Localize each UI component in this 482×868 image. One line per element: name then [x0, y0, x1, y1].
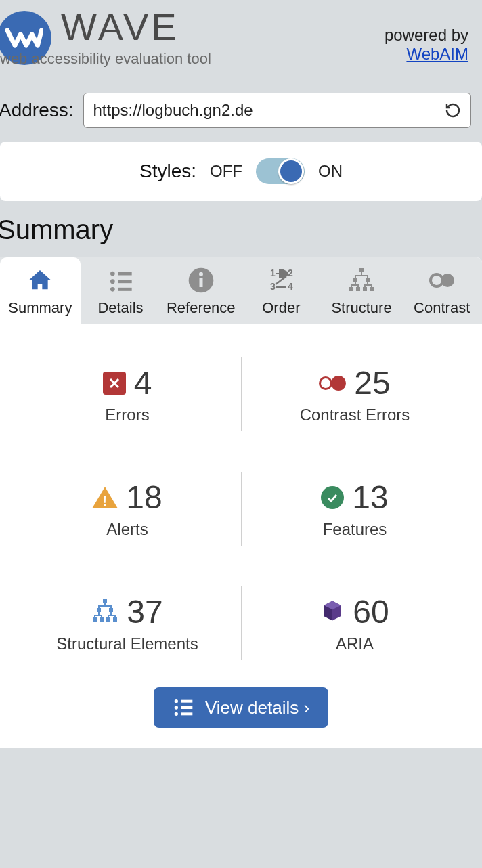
styles-off-label: OFF — [210, 162, 242, 181]
alerts-count: 18 — [126, 479, 162, 516]
summary-cell-features: 13 Features — [241, 465, 468, 552]
contrast-errors-icon — [319, 376, 346, 391]
view-details-row: View details › — [0, 680, 482, 748]
svg-rect-27 — [106, 617, 110, 622]
tab-label: Reference — [167, 299, 236, 317]
svg-rect-34 — [181, 712, 192, 715]
styles-toggle[interactable] — [256, 158, 305, 184]
svg-rect-15 — [366, 278, 370, 282]
svg-rect-25 — [93, 617, 97, 622]
svg-rect-14 — [353, 278, 357, 282]
webaim-link[interactable]: WebAIM — [406, 45, 468, 63]
svg-rect-17 — [356, 287, 360, 291]
styles-panel: Styles: OFF ON — [0, 142, 482, 201]
svg-rect-16 — [349, 287, 353, 291]
errors-count: 4 — [134, 364, 152, 402]
svg-rect-28 — [113, 617, 117, 622]
tab-structure[interactable]: Structure — [322, 257, 402, 324]
svg-rect-22 — [103, 599, 107, 603]
contrast-icon — [429, 267, 456, 294]
header: WAVE web accessibility evaluation tool p… — [0, 0, 482, 74]
list-icon — [173, 697, 194, 718]
svg-text:4: 4 — [288, 281, 293, 292]
svg-text:2: 2 — [288, 267, 293, 278]
tab-label: Structure — [331, 299, 391, 317]
tab-label: Order — [262, 299, 300, 317]
structural-icon — [91, 597, 118, 627]
home-icon — [26, 267, 53, 294]
svg-point-4 — [110, 287, 115, 292]
features-icon — [321, 486, 344, 509]
alerts-icon: ! — [92, 487, 118, 508]
contrast-count: 25 — [354, 364, 390, 402]
features-label: Features — [323, 520, 387, 539]
info-icon — [188, 267, 215, 294]
errors-label: Errors — [105, 406, 149, 425]
features-count: 13 — [352, 479, 388, 516]
address-input[interactable] — [93, 101, 445, 120]
svg-point-2 — [110, 279, 115, 284]
alerts-label: Alerts — [106, 520, 148, 539]
styles-on-label: ON — [318, 162, 343, 181]
brand: WAVE web accessibility evaluation tool — [0, 8, 211, 68]
tab-order[interactable]: 1234 Order — [241, 257, 322, 324]
address-row: Address: — [0, 79, 482, 142]
tab-label: Summary — [8, 299, 72, 317]
svg-rect-5 — [118, 288, 132, 291]
summary-cell-errors: 4 Errors — [14, 351, 241, 438]
summary-grid: 4 Errors 25 Contrast Errors ! 18 Alerts — [0, 324, 482, 680]
brand-subtitle: web accessibility evaluation tool — [0, 50, 211, 68]
structural-count: 37 — [127, 593, 162, 630]
svg-point-33 — [175, 712, 178, 716]
svg-rect-7 — [199, 278, 202, 287]
hierarchy-icon — [348, 267, 375, 294]
svg-rect-30 — [181, 700, 192, 703]
view-details-button[interactable]: View details › — [154, 687, 328, 728]
svg-rect-23 — [97, 608, 101, 612]
svg-rect-1 — [118, 272, 132, 276]
brand-title: WAVE — [61, 8, 211, 46]
errors-icon — [103, 372, 126, 395]
tab-details[interactable]: Details — [81, 257, 161, 324]
toggle-knob-icon — [278, 158, 304, 184]
powered-by-text: powered by — [385, 26, 468, 45]
svg-point-0 — [110, 272, 115, 276]
aria-label: ARIA — [336, 634, 374, 653]
reload-icon[interactable] — [445, 102, 461, 118]
svg-point-31 — [175, 706, 178, 709]
svg-point-29 — [175, 699, 178, 703]
svg-point-21 — [441, 274, 454, 287]
svg-rect-24 — [109, 608, 113, 612]
structural-label: Structural Elements — [56, 634, 198, 653]
svg-text:3: 3 — [270, 281, 276, 292]
svg-rect-19 — [370, 287, 374, 291]
svg-rect-32 — [181, 706, 192, 709]
tab-label: Contrast — [414, 299, 470, 317]
list-icon — [107, 267, 134, 294]
summary-cell-structural: 37 Structural Elements — [14, 580, 241, 667]
svg-rect-26 — [100, 617, 104, 622]
svg-rect-3 — [118, 280, 132, 283]
aria-icon — [320, 599, 345, 626]
address-input-wrap — [83, 93, 472, 128]
section-title: Summary — [0, 215, 482, 245]
tabstrip: Summary Details Reference 1234 Order Str… — [0, 257, 482, 324]
svg-point-8 — [199, 272, 203, 276]
address-label: Address: — [0, 100, 74, 121]
svg-text:1: 1 — [270, 267, 276, 278]
tabs-container: Summary Details Reference 1234 Order Str… — [0, 257, 482, 748]
summary-cell-contrast: 25 Contrast Errors — [241, 351, 468, 438]
tab-contrast[interactable]: Contrast — [401, 257, 482, 324]
summary-cell-alerts: ! 18 Alerts — [14, 465, 241, 552]
svg-rect-13 — [359, 268, 364, 272]
tab-summary[interactable]: Summary — [0, 257, 81, 324]
summary-cell-aria: 60 ARIA — [241, 580, 468, 667]
contrast-label: Contrast Errors — [300, 406, 410, 425]
tab-label: Details — [97, 299, 143, 317]
aria-count: 60 — [353, 593, 389, 630]
svg-rect-18 — [363, 287, 367, 291]
view-details-label: View details › — [205, 697, 309, 718]
tab-reference[interactable]: Reference — [160, 257, 241, 324]
powered-by: powered by WebAIM — [385, 8, 468, 64]
styles-label: Styles: — [139, 160, 196, 182]
